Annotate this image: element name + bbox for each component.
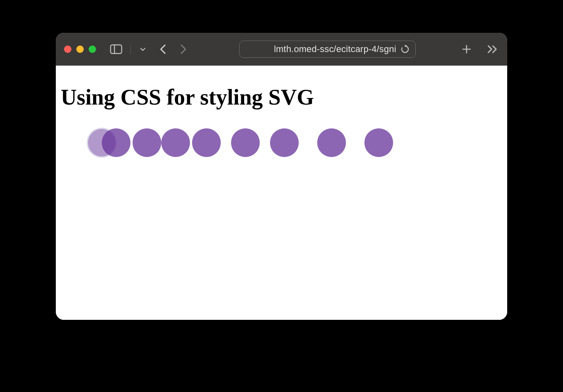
reload-button[interactable] [401, 45, 410, 54]
overflow-button[interactable] [487, 43, 499, 55]
page-content: Using CSS for styling SVG [56, 66, 507, 320]
back-button[interactable] [157, 43, 169, 55]
demo-circle [192, 128, 221, 157]
toolbar-menu-chevron[interactable] [137, 43, 149, 55]
demo-circle [317, 128, 346, 157]
browser-window: ings/4-practice/css-demo.html [56, 33, 507, 320]
nav-arrows [157, 43, 189, 55]
new-tab-button[interactable] [460, 43, 473, 55]
forward-button[interactable] [177, 43, 189, 55]
svg-rect-0 [111, 45, 122, 54]
window-zoom-button[interactable] [89, 46, 96, 53]
address-text: ings/4-practice/css-demo.html [247, 44, 396, 55]
chevron-down-icon [140, 46, 146, 52]
toolbar-divider [130, 44, 131, 54]
demo-circle [364, 128, 393, 157]
sidebar-toggle-button[interactable] [108, 43, 125, 56]
page-title: Using CSS for styling SVG [61, 84, 502, 110]
chevron-right-icon [179, 43, 187, 55]
demo-circle [133, 128, 161, 157]
reload-icon [401, 45, 410, 54]
svg-demo [85, 126, 502, 177]
browser-toolbar: ings/4-practice/css-demo.html [56, 33, 507, 66]
demo-circle [270, 128, 299, 157]
demo-circle [161, 128, 190, 157]
double-chevron-right-icon [487, 44, 499, 54]
sidebar-icon [110, 44, 122, 54]
window-minimize-button[interactable] [76, 46, 84, 53]
window-traffic-lights [64, 46, 96, 53]
address-bar[interactable]: ings/4-practice/css-demo.html [239, 41, 416, 58]
demo-circle [231, 128, 260, 157]
demo-circle [102, 128, 130, 157]
chevron-left-icon [159, 43, 167, 55]
window-close-button[interactable] [64, 46, 71, 53]
plus-icon [462, 44, 471, 54]
svg-circles [85, 126, 455, 175]
